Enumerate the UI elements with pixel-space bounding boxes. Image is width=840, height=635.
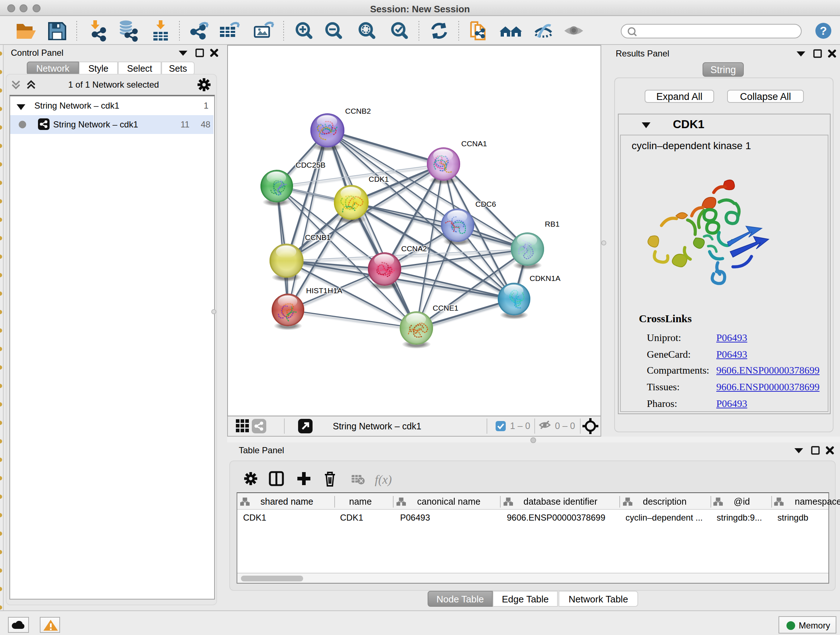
svg-text:CCNA1: CCNA1 [461,139,487,148]
svg-text:f(x): f(x) [375,473,392,486]
svg-text:HIST1H1A: HIST1H1A [306,287,342,295]
svg-text:CDC6: CDC6 [475,200,496,208]
svg-text:CDC25B: CDC25B [295,161,325,169]
svg-text:1 – 0: 1 – 0 [510,420,531,431]
svg-text:0 – 0: 0 – 0 [555,420,575,431]
svg-text:CCNA2: CCNA2 [401,244,427,253]
svg-text:RB1: RB1 [545,220,560,228]
svg-text:?: ? [820,24,827,37]
svg-text:CDKN1A: CDKN1A [530,274,561,282]
svg-text:CCNB1: CCNB1 [305,233,331,241]
svg-text:CCNE1: CCNE1 [433,304,458,312]
svg-text:CCNB2: CCNB2 [345,107,371,115]
svg-text:String Network – cdk1: String Network – cdk1 [333,421,422,431]
svg-text:CDK1: CDK1 [369,175,389,183]
